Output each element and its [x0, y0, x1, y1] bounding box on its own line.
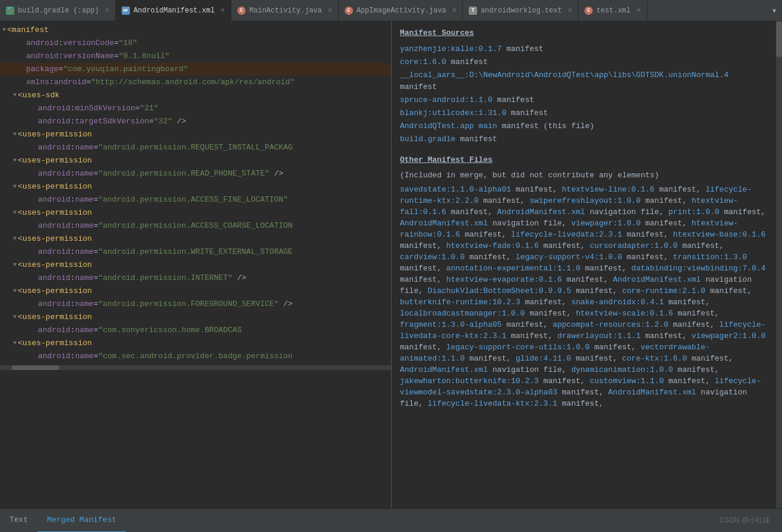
vertical-scrollbar-thumb[interactable]: [776, 21, 782, 57]
source-item-2: __local_aars__:D:\NewAndroid\AndroidQTes…: [400, 69, 768, 94]
other-manifests-section: Other Manifest Files (Included in merge,…: [400, 154, 768, 409]
fold-arrow-13[interactable]: ▼: [13, 181, 17, 193]
other-manifests-title: Other Manifest Files: [400, 154, 768, 166]
attr-versionname: android: [26, 52, 59, 60]
tab-overflow-button[interactable]: ▾: [767, 5, 782, 17]
fold-arrow-23[interactable]: ▼: [13, 311, 17, 323]
xml-line-20: android:name="android.permission.INTERNE…: [0, 272, 391, 285]
tab-label-main-activity: MainActivity.java: [249, 7, 322, 15]
xml-line-5: xmlns:android="http://schemas.android.co…: [0, 76, 391, 89]
source-link-5[interactable]: AndroidQTest.app main: [400, 122, 497, 130]
manifest-icon: MF: [122, 7, 130, 15]
fold-arrow-21[interactable]: ▼: [13, 285, 17, 297]
bottom-tab-text-label: Text: [9, 515, 28, 524]
xml-line-7: android:minSdkVersion="21": [0, 102, 391, 115]
bottom-tab-text[interactable]: Text: [0, 509, 37, 533]
xml-line-2-content: android:versionCode="18": [2, 37, 386, 49]
watermark-text: CSDN @小红妹: [719, 515, 770, 525]
xml-line-19: ▼ <uses-permission: [0, 259, 391, 272]
tab-label-test-xml: test.xml: [596, 7, 631, 15]
fold-arrow-6[interactable]: ▼: [13, 90, 17, 101]
xml-line-11: ▼ <uses-permission: [0, 154, 391, 167]
xml-line-5-content: xmlns:android="http://schemas.android.co…: [2, 77, 386, 88]
tab-test-xml[interactable]: C test.xml ×: [578, 0, 647, 21]
tab-app-image[interactable]: C AppImageActivity.java ×: [339, 0, 463, 21]
source-link-1[interactable]: core:1.6.0: [400, 58, 446, 66]
xml-line-15: ▼ <uses-permission: [0, 206, 391, 219]
close-tab-test-xml[interactable]: ×: [637, 7, 641, 15]
close-tab-manifest[interactable]: ×: [221, 7, 225, 15]
source-item-5: AndroidQTest.app main manifest (this fil…: [400, 120, 768, 133]
source-item-0: yanzhenjie:kalle:0.1.7 manifest: [400, 43, 768, 56]
attr-package: package: [26, 65, 59, 74]
tab-label-worklog: androidworklog.text: [481, 7, 562, 15]
attr-versioncode: android: [26, 39, 59, 47]
xml-line-18: android:name="android.permission.WRITE_E…: [0, 246, 391, 259]
manifest-sources-title: Manifest Sources: [400, 27, 768, 39]
close-tab-gradle[interactable]: ×: [105, 7, 109, 15]
source-item-3: spruce-android:1.1.0 manifest: [400, 94, 768, 107]
xml-line-9: ▼ <uses-permission: [0, 128, 391, 141]
bottom-tab-merged[interactable]: Merged Manifest: [37, 509, 126, 533]
main-content: ▼ <manifest android:versionCode="18" and…: [0, 21, 782, 508]
xml-line-6: ▼ <uses-sdk: [0, 89, 391, 102]
bottom-tab-merged-label: Merged Manifest: [47, 515, 116, 524]
xml-line-8: android:targetSdkVersion="32" />: [0, 115, 391, 128]
attr-xmlns: xmlns: [26, 78, 49, 87]
fold-arrow-17[interactable]: ▼: [13, 233, 17, 245]
xml-editor-panel: ▼ <manifest android:versionCode="18" and…: [0, 21, 392, 508]
source-link-2[interactable]: __local_aars__:D:\NewAndroid\AndroidQTes…: [400, 71, 729, 79]
xml-line-14: android:name="android.permission.ACCESS_…: [0, 193, 391, 206]
other-manifests-text: savedstate:1.1.0-alpha01 manifest, htext…: [400, 184, 768, 409]
horizontal-scrollbar[interactable]: [0, 365, 391, 370]
xml-line-24: android:name="com.sonyericsson.home.BROA…: [0, 324, 391, 337]
tab-manifest[interactable]: MF AndroidManifest.xml ×: [116, 0, 231, 21]
fold-arrow-25[interactable]: ▼: [13, 337, 17, 349]
xml-line-3: android:versionName="0.1.8null": [0, 50, 391, 63]
other-manifests-intro: (Included in merge, but did not contribu…: [400, 170, 768, 181]
app-image-icon: C: [345, 7, 353, 15]
xml-line-16: android:name="android.permission.ACCESS_…: [0, 219, 391, 232]
source-link-3[interactable]: spruce-android:1.1.0: [400, 95, 492, 104]
xml-line-12: android:name="android.permission.READ_PH…: [0, 167, 391, 180]
worklog-icon: T: [469, 7, 477, 15]
fold-arrow-1[interactable]: ▼: [2, 24, 6, 36]
xml-line-8-content: android:targetSdkVersion="32" />: [2, 116, 386, 128]
xml-line-10: android:name="android.permission.REQUEST…: [0, 141, 391, 154]
close-tab-worklog[interactable]: ×: [568, 7, 572, 15]
xml-line-21: ▼ <uses-permission: [0, 285, 391, 298]
tab-label-manifest: AndroidManifest.xml: [133, 7, 215, 15]
source-link-4[interactable]: blankj:utilcodex:1.31.0: [400, 109, 506, 117]
main-activity-icon: C: [237, 7, 246, 15]
close-tab-app-image[interactable]: ×: [452, 7, 456, 15]
xml-line-4: package="com.youqian.paintingboard": [0, 63, 391, 76]
xml-line-7-content: android:minSdkVersion="21": [2, 103, 386, 114]
xml-line-1: ▼ <manifest: [0, 24, 391, 37]
fold-arrow-19[interactable]: ▼: [13, 259, 17, 271]
tab-label-gradle: build.gradle (:app): [18, 7, 99, 15]
fold-arrow-15[interactable]: ▼: [13, 207, 17, 219]
tab-worklog[interactable]: T androidworklog.text ×: [463, 0, 578, 21]
close-tab-main-activity[interactable]: ×: [328, 7, 332, 15]
vertical-scrollbar[interactable]: [776, 21, 782, 508]
gradle-icon: 🔨: [6, 7, 14, 15]
horizontal-scrollbar-thumb[interactable]: [12, 365, 59, 370]
xml-line-4-content: package="com.youqian.paintingboard": [2, 63, 386, 75]
fold-arrow-11[interactable]: ▼: [13, 155, 17, 167]
source-link-6[interactable]: build.gradle: [400, 135, 456, 144]
xml-line-6-content: <uses-sdk: [18, 90, 386, 101]
bottom-bar: Text Merged Manifest CSDN @小红妹: [0, 508, 782, 532]
source-link-0[interactable]: yanzhenjie:kalle:0.1.7: [400, 44, 502, 53]
tag-uses-sdk: <uses-sdk: [18, 91, 59, 100]
tab-main-activity[interactable]: C MainActivity.java ×: [231, 0, 339, 21]
xml-line-25: ▼ <uses-permission: [0, 337, 391, 350]
tab-gradle[interactable]: 🔨 build.gradle (:app) ×: [0, 0, 116, 21]
xml-line-26: android:name="com.sec.android.provider.b…: [0, 350, 391, 363]
tab-label-app-image: AppImageActivity.java: [357, 7, 446, 15]
fold-arrow-9[interactable]: ▼: [13, 129, 17, 141]
xml-line-17: ▼ <uses-permission: [0, 232, 391, 246]
xml-line-13: ▼ <uses-permission: [0, 180, 391, 193]
tab-bar: 🔨 build.gradle (:app) × MF AndroidManife…: [0, 0, 782, 21]
source-item-6: build.gradle manifest: [400, 133, 768, 146]
xml-line-3-content: android:versionName="0.1.8null": [2, 50, 386, 62]
